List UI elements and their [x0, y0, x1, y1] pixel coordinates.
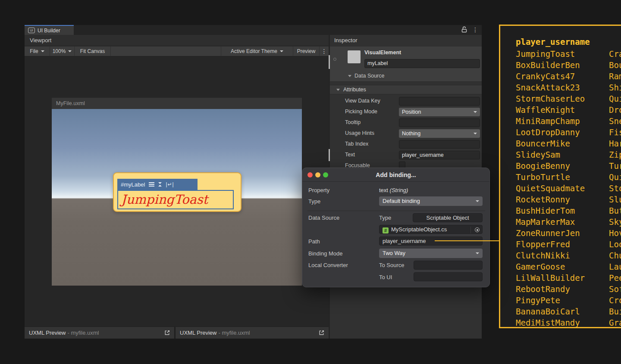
scriptable-object-field[interactable]: #MyScriptableObject.cs — [379, 225, 483, 234]
username-item: QuietSquadmate — [516, 183, 585, 194]
username-item-truncated: Chu — [609, 250, 621, 261]
username-item: BoxBuilderBen — [516, 59, 585, 71]
selected-element-name: #myLabel — [121, 181, 145, 188]
radio-indicator-icon — [333, 58, 336, 61]
attr-row-text: Text player_username — [330, 151, 482, 159]
username-item-truncated: Bui — [609, 306, 621, 317]
chevron-down-icon — [41, 50, 44, 52]
add-binding-dialog: Add binding... Property text (String) Ty… — [302, 168, 490, 287]
username-item-truncated: Sof — [609, 283, 621, 295]
username-item-truncated: Slu — [609, 194, 621, 205]
text-wrap-icon: |↵| — [166, 181, 174, 187]
usage-hints-dropdown[interactable]: Nothing — [399, 129, 480, 138]
username-item: FlopperFred — [516, 239, 585, 250]
username-item-truncated: Tur — [609, 160, 621, 171]
username-item: LootDropDanny — [516, 127, 585, 138]
property-label: Property — [308, 187, 329, 193]
username-item-truncated: Sne — [609, 115, 621, 127]
username-item-truncated: Sto — [609, 183, 621, 194]
attributes-foldout[interactable]: Attributes — [330, 85, 482, 94]
source-type-field[interactable]: Scriptable Object — [413, 213, 483, 222]
attr-row-picking-mode: Picking Mode Position — [330, 108, 482, 116]
viewport-toolbar: File 100% Fit Canvas Active Editor Theme… — [25, 46, 329, 56]
username-item: BananaBoiCarl — [516, 306, 585, 317]
username-item: ClutchNikki — [516, 250, 585, 261]
view-data-key-field[interactable] — [399, 97, 480, 106]
username-item: StormChaserLeo — [516, 93, 585, 104]
to-ui-label: To UI — [379, 274, 392, 280]
username-item: ZoneRunnerJen — [516, 227, 585, 239]
panel-header: player_username — [516, 37, 590, 47]
window-menu-icon[interactable]: ⋮ — [472, 27, 478, 33]
selected-element-header[interactable]: #myLabel |↵| — [117, 179, 198, 190]
binding-mode-dropdown[interactable]: Two Way — [379, 249, 483, 258]
maximize-icon[interactable] — [323, 172, 328, 177]
to-ui-field[interactable] — [414, 272, 483, 281]
open-external-icon[interactable] — [318, 330, 325, 336]
csharp-script-icon: # — [383, 227, 389, 233]
binding-type-label: Type — [308, 198, 320, 205]
chevron-down-icon — [68, 50, 72, 52]
window-tab-strip: UI UI Builder ⋮ — [25, 25, 482, 35]
text-attribute-field[interactable]: player_username — [399, 151, 480, 159]
object-picker-icon[interactable] — [475, 227, 480, 232]
path-label: Path — [308, 238, 320, 245]
tab-title: UI Builder — [38, 28, 60, 34]
open-external-icon[interactable] — [164, 330, 170, 336]
label-element[interactable]: #myLabel |↵| JumpingToast — [113, 172, 242, 212]
tab-index-field[interactable] — [399, 140, 480, 149]
selection-rect: JumpingToast — [117, 190, 234, 209]
username-item: LilWallBuilder — [516, 272, 585, 283]
username-item: BushHiderTom — [516, 205, 585, 216]
attr-row-tooltip: Tooltip — [330, 118, 482, 127]
username-item: CrankyCats47 — [516, 71, 585, 82]
label-text: JumpingToast — [121, 191, 208, 208]
attr-row-tab-index: Tab Index — [330, 140, 482, 149]
username-item-truncated: Lau — [609, 261, 621, 272]
username-item: MediMistMandy — [516, 317, 585, 328]
editor-theme-dropdown[interactable]: Active Editor Theme — [221, 47, 293, 56]
tab-ui-builder[interactable]: UI UI Builder — [25, 25, 74, 35]
attr-row-view-data-key: View Data Key — [330, 97, 482, 106]
binding-type-dropdown[interactable]: Default binding — [379, 196, 483, 206]
tooltip-field[interactable] — [399, 118, 480, 127]
username-item-truncated: Dro — [609, 104, 621, 115]
username-column-2: CraBouRamShiQuiDroSneFisHarZipTurQuiStoS… — [609, 48, 621, 328]
file-menu-button[interactable]: File — [25, 47, 50, 56]
username-item: WaffleKnight — [516, 104, 585, 115]
element-name-field[interactable]: myLabel — [364, 59, 480, 68]
data-source-foldout[interactable]: Data Source — [348, 73, 384, 79]
toolbar-spacer — [111, 47, 221, 56]
username-item-truncated: Loo — [609, 239, 621, 250]
uxml-preview-pane-right[interactable]: UXML Preview - myfile.uxml — [176, 327, 329, 339]
picking-mode-dropdown[interactable]: Position — [399, 108, 480, 116]
username-item: SlideySam — [516, 149, 585, 160]
toolbar-menu-icon[interactable]: ⋮ — [320, 47, 329, 56]
username-column-1: JumpingToastBoxBuilderBenCrankyCats47Sna… — [516, 48, 585, 328]
element-type: VisualElement — [364, 50, 401, 56]
chevron-down-icon — [476, 200, 479, 202]
chevron-down-icon — [474, 133, 477, 134]
to-source-field[interactable] — [414, 261, 483, 270]
username-item-truncated: Bou — [609, 59, 621, 71]
focusable-checkbox[interactable] — [399, 162, 405, 168]
foldout-triangle-icon — [336, 89, 340, 91]
chevron-down-icon — [476, 252, 479, 254]
username-item: BouncerMike — [516, 138, 585, 149]
username-item-truncated: Cro — [609, 295, 621, 306]
data-source-label: Data Source — [308, 215, 339, 221]
uxml-preview-pane-left[interactable]: UXML Preview - myfile.uxml — [25, 327, 174, 339]
unlock-icon[interactable] — [461, 26, 467, 33]
username-item: GamerGoose — [516, 261, 585, 272]
fit-canvas-button[interactable]: Fit Canvas — [75, 47, 110, 56]
binding-mode-label: Binding Mode — [308, 250, 343, 257]
close-icon[interactable] — [307, 172, 313, 177]
minimize-icon[interactable] — [315, 172, 320, 177]
canvas-scene[interactable]: #myLabel |↵| JumpingToast — [52, 109, 302, 286]
username-item-truncated: Hov — [609, 227, 621, 239]
attr-row-usage-hints: Usage Hints Nothing — [330, 129, 482, 138]
ui-builder-icon: UI — [28, 28, 35, 33]
preview-toggle-button[interactable]: Preview — [293, 47, 319, 56]
zoom-level-dropdown[interactable]: 100% — [50, 47, 74, 56]
username-item-truncated: Fis — [609, 127, 621, 138]
